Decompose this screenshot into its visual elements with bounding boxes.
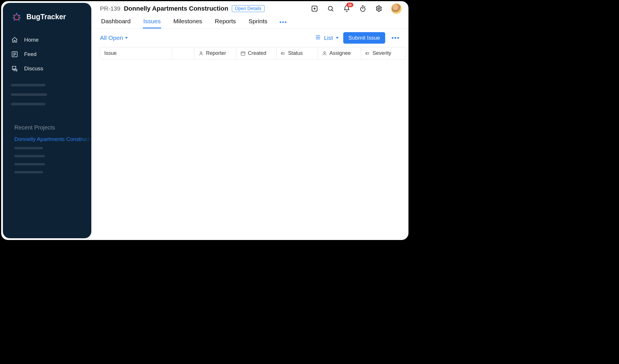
filter-dropdown[interactable]: All Open: [100, 34, 128, 41]
chevron-down-icon: [336, 37, 339, 39]
tabs-more-icon[interactable]: •••: [279, 19, 287, 28]
svg-line-20: [365, 6, 365, 7]
svg-line-2: [13, 15, 15, 16]
open-details-button[interactable]: Open Details: [232, 5, 265, 12]
brand-name: BugTracker: [26, 13, 66, 21]
calendar-icon: [240, 51, 246, 56]
filter-label: All Open: [100, 34, 123, 41]
issues-table: Issue Reporter Created: [93, 47, 408, 59]
nav-label: Discuss: [24, 65, 43, 72]
column-assignee[interactable]: Assignee: [318, 47, 361, 59]
tab-reports[interactable]: Reports: [214, 16, 237, 28]
recent-skeleton: [3, 145, 91, 181]
bug-logo-icon: [11, 11, 22, 22]
user-avatar[interactable]: [391, 3, 402, 14]
tag-icon: [281, 51, 286, 56]
chevron-down-icon: [125, 37, 128, 39]
column-created[interactable]: Created: [236, 47, 277, 59]
project-name: Donnelly Apartments Construction: [124, 5, 228, 12]
more-actions-icon[interactable]: •••: [390, 34, 402, 42]
svg-line-7: [18, 19, 20, 21]
skeleton-line: [14, 147, 43, 149]
view-dropdown[interactable]: List: [315, 34, 339, 42]
feed-icon: [11, 51, 18, 58]
sidebar: BugTracker Home Feed: [3, 3, 91, 238]
nav-items: Home Feed Discuss: [3, 30, 91, 79]
project-id: PR-139: [100, 5, 120, 12]
svg-line-16: [332, 10, 333, 11]
tab-issues[interactable]: Issues: [143, 16, 161, 28]
recent-project-item[interactable]: Donnelly Apartments Construction: [3, 134, 91, 145]
column-reporter[interactable]: Reporter: [194, 47, 236, 59]
column-label: Assignee: [329, 50, 351, 56]
svg-point-25: [200, 52, 202, 53]
skeleton-line: [11, 84, 45, 86]
column-blank[interactable]: [172, 47, 194, 59]
nav-label: Feed: [24, 51, 36, 57]
svg-rect-26: [241, 52, 245, 55]
nav-feed[interactable]: Feed: [3, 47, 91, 61]
list-icon: [315, 34, 321, 42]
tab-sprints[interactable]: Sprints: [248, 16, 268, 28]
view-label: List: [324, 35, 333, 41]
column-label: Reporter: [206, 50, 226, 56]
search-icon[interactable]: [327, 5, 334, 12]
header-row: PR-139 Donnelly Apartments Construction …: [100, 3, 403, 14]
svg-point-31: [282, 53, 283, 54]
filter-bar: All Open List Submit Issue •••: [93, 29, 408, 47]
app-frame: BugTracker Home Feed: [0, 0, 410, 241]
tab-milestones[interactable]: Milestones: [173, 16, 203, 28]
person-icon: [322, 51, 327, 56]
column-label: Status: [288, 50, 303, 56]
tab-dashboard[interactable]: Dashboard: [101, 16, 131, 28]
column-status[interactable]: Status: [277, 47, 318, 59]
submit-issue-button[interactable]: Submit Issue: [343, 32, 385, 44]
settings-icon[interactable]: [375, 5, 383, 12]
skeleton-line: [11, 93, 47, 96]
column-severity[interactable]: Severity: [361, 47, 406, 59]
skeleton-line: [14, 155, 45, 157]
recent-projects-title: Recent Projects: [3, 112, 91, 134]
svg-point-21: [378, 8, 380, 9]
tabs: Dashboard Issues Milestones Reports Spri…: [100, 16, 403, 28]
column-label: Created: [248, 50, 266, 56]
column-label: Severity: [373, 50, 391, 56]
svg-point-15: [328, 6, 332, 10]
table-header-row: Issue Reporter Created: [100, 47, 406, 59]
main: PR-139 Donnelly Apartments Construction …: [93, 1, 408, 240]
brand: BugTracker: [3, 11, 91, 30]
notifications-badge: 10: [346, 3, 353, 7]
svg-line-3: [19, 15, 20, 16]
svg-point-32: [324, 52, 325, 53]
svg-line-6: [14, 19, 15, 21]
skeleton-line: [11, 103, 45, 105]
svg-point-34: [367, 53, 367, 54]
discuss-icon: [11, 65, 18, 72]
home-icon: [11, 36, 18, 44]
nav-home[interactable]: Home: [3, 33, 91, 47]
person-icon: [198, 51, 204, 56]
svg-point-0: [14, 15, 19, 20]
nav-skeleton: [3, 79, 91, 112]
timer-icon[interactable]: [359, 5, 367, 12]
header-icons: 10: [311, 3, 403, 14]
notifications-icon[interactable]: 10: [343, 5, 350, 12]
tag-icon: [365, 51, 370, 56]
nav-discuss[interactable]: Discuss: [3, 61, 91, 76]
skeleton-line: [14, 163, 45, 165]
skeleton-line: [14, 171, 43, 173]
header: PR-139 Donnelly Apartments Construction …: [93, 1, 408, 29]
column-label: Issue: [104, 50, 117, 56]
column-issue[interactable]: Issue: [100, 47, 172, 59]
nav-label: Home: [24, 37, 39, 43]
add-icon[interactable]: [311, 5, 318, 12]
